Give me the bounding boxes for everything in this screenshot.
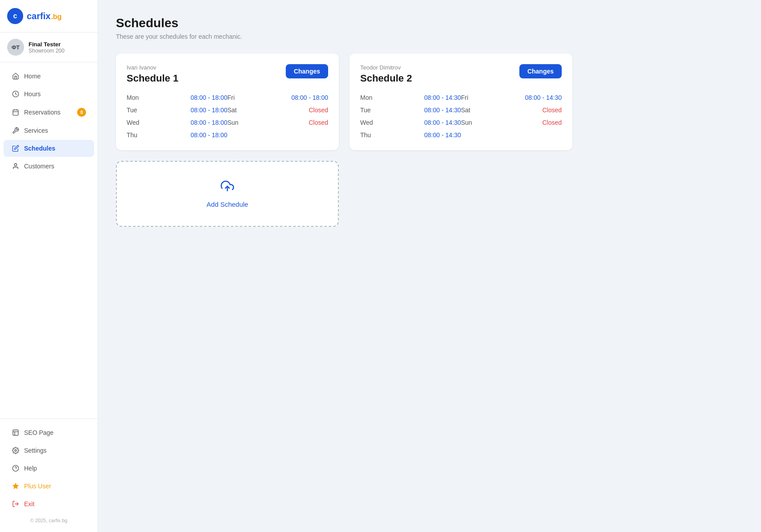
svg-rect-12: [13, 430, 18, 435]
user-info: Final Tester Showroom 200: [29, 41, 65, 54]
svg-point-15: [15, 450, 16, 451]
sidebar-label-customers: Customers: [24, 163, 54, 170]
sidebar-label-hours: Hours: [24, 90, 41, 98]
day-row-mon-1: Mon 08:00 - 18:00: [127, 93, 227, 102]
user-name: Final Tester: [29, 41, 65, 48]
day-label-sun-1: Sun: [227, 119, 245, 126]
sidebar-label-help: Help: [24, 465, 37, 472]
day-row-sun-2: Sun Closed: [461, 118, 562, 127]
day-row-fri-2: Fri 08:00 - 14:30: [461, 93, 562, 102]
sidebar-label-seo: SEO Page: [24, 429, 53, 436]
sidebar-label-plus: Plus User: [24, 483, 51, 490]
day-time-fri-1: 08:00 - 18:00: [291, 94, 328, 101]
user-icon: [12, 162, 20, 170]
sidebar: c carfix .bg carfix .bg c carfix.bg ФТ F…: [0, 0, 98, 532]
reservations-badge: 8: [77, 108, 86, 117]
day-label-fri-1: Fri: [227, 94, 245, 101]
schedule-title-2: Schedule 2: [360, 73, 412, 84]
day-col-left-1: Mon 08:00 - 18:00 Tue 08:00 - 18:00 Wed …: [127, 93, 227, 139]
day-row-wed-2: Wed 08:00 - 14:30: [360, 118, 461, 127]
day-time-thu-1: 08:00 - 18:00: [190, 131, 227, 139]
seo-icon: [12, 429, 20, 437]
day-time-sat-1: Closed: [309, 106, 328, 114]
sidebar-item-reservations[interactable]: Reservations 8: [4, 103, 94, 121]
day-time-sun-2: Closed: [542, 119, 562, 126]
schedule-info-2: Teodor Dimitrov Schedule 2: [360, 64, 412, 84]
day-row-sat-2: Sat Closed: [461, 106, 562, 115]
svg-marker-18: [12, 483, 18, 489]
mechanic-name-1: Ivan Ivanov: [127, 64, 178, 71]
day-time-sun-1: Closed: [309, 119, 328, 126]
day-label-mon-1: Mon: [127, 94, 144, 101]
day-row-mon-2: Mon 08:00 - 14:30: [360, 93, 461, 102]
sidebar-label-home: Home: [24, 73, 41, 80]
day-row-wed-1: Wed 08:00 - 18:00: [127, 118, 227, 127]
schedule-header-1: Ivan Ivanov Schedule 1 Changes: [127, 64, 328, 84]
day-label-thu-2: Thu: [360, 131, 378, 139]
day-time-mon-2: 08:00 - 14:30: [424, 94, 461, 101]
gear-icon: [12, 446, 20, 454]
sidebar-item-customers[interactable]: Customers: [4, 158, 94, 175]
day-label-wed-2: Wed: [360, 119, 378, 126]
sidebar-bottom: SEO Page Settings Help Plus User Exit: [0, 418, 98, 532]
changes-button-1[interactable]: Changes: [286, 64, 328, 78]
user-card[interactable]: ФТ Final Tester Showroom 200: [0, 33, 98, 62]
day-row-fri-1: Fri 08:00 - 18:00: [227, 93, 328, 102]
sidebar-label-schedules: Schedules: [24, 145, 55, 152]
main-nav: Home Hours Reservations 8 Services Sch: [0, 62, 98, 418]
sidebar-item-schedules[interactable]: Schedules: [4, 140, 94, 157]
schedule-title-1: Schedule 1: [127, 73, 178, 84]
svg-rect-7: [13, 110, 18, 115]
star-icon: [12, 482, 20, 490]
day-label-tue-2: Tue: [360, 106, 378, 114]
sidebar-item-seo[interactable]: SEO Page: [4, 424, 94, 441]
day-time-mon-1: 08:00 - 18:00: [190, 94, 227, 101]
page-subtitle: These are your schedules for each mechan…: [116, 33, 743, 40]
day-col-right-2: Fri 08:00 - 14:30 Sat Closed Sun Closed: [461, 93, 562, 139]
sidebar-item-plus[interactable]: Plus User: [4, 478, 94, 495]
avatar: ФТ: [7, 39, 24, 56]
day-label-thu-1: Thu: [127, 131, 144, 139]
sidebar-item-home[interactable]: Home: [4, 68, 94, 85]
copyright: © 2025, carfix.bg: [0, 513, 98, 525]
clock-icon: [12, 90, 20, 98]
day-label-sat-2: Sat: [461, 106, 479, 114]
exit-icon: [12, 500, 20, 508]
schedules-grid: Ivan Ivanov Schedule 1 Changes Mon 08:00…: [116, 53, 743, 227]
sidebar-item-exit[interactable]: Exit: [4, 495, 94, 512]
mechanic-name-2: Teodor Dimitrov: [360, 64, 412, 71]
sidebar-item-services[interactable]: Services: [4, 122, 94, 139]
day-label-sat-1: Sat: [227, 106, 245, 114]
edit-icon: [12, 144, 20, 152]
sidebar-item-help[interactable]: Help: [4, 460, 94, 477]
schedule-info-1: Ivan Ivanov Schedule 1: [127, 64, 178, 84]
upload-icon: [221, 180, 234, 196]
day-time-wed-2: 08:00 - 14:30: [424, 119, 461, 126]
page-title: Schedules: [116, 16, 743, 30]
day-row-tue-2: Tue 08:00 - 14:30: [360, 106, 461, 115]
wrench-icon: [12, 127, 20, 135]
add-schedule-card[interactable]: Add Schedule: [116, 161, 339, 227]
day-row-sat-1: Sat Closed: [227, 106, 328, 115]
schedule-card-2: Teodor Dimitrov Schedule 2 Changes Mon 0…: [350, 53, 572, 150]
day-col-right-1: Fri 08:00 - 18:00 Sat Closed Sun Closed: [227, 93, 328, 139]
day-time-tue-2: 08:00 - 14:30: [424, 106, 461, 114]
day-col-left-2: Mon 08:00 - 14:30 Tue 08:00 - 14:30 Wed …: [360, 93, 461, 139]
add-schedule-label: Add Schedule: [206, 201, 248, 208]
changes-button-2[interactable]: Changes: [519, 64, 562, 78]
day-label-wed-1: Wed: [127, 119, 144, 126]
sidebar-label-exit: Exit: [24, 500, 34, 507]
day-label-tue-1: Tue: [127, 106, 144, 114]
day-time-fri-2: 08:00 - 14:30: [525, 94, 562, 101]
sidebar-item-settings[interactable]: Settings: [4, 442, 94, 459]
sidebar-label-reservations: Reservations: [24, 109, 61, 116]
day-time-sat-2: Closed: [542, 106, 562, 114]
sidebar-item-hours[interactable]: Hours: [4, 86, 94, 102]
day-label-mon-2: Mon: [360, 94, 378, 101]
day-row-sun-1: Sun Closed: [227, 118, 328, 127]
schedule-header-2: Teodor Dimitrov Schedule 2 Changes: [360, 64, 562, 84]
schedule-days-1: Mon 08:00 - 18:00 Tue 08:00 - 18:00 Wed …: [127, 93, 328, 139]
day-time-wed-1: 08:00 - 18:00: [190, 119, 227, 126]
day-label-sun-2: Sun: [461, 119, 479, 126]
day-row-thu-1: Thu 08:00 - 18:00: [127, 131, 227, 139]
